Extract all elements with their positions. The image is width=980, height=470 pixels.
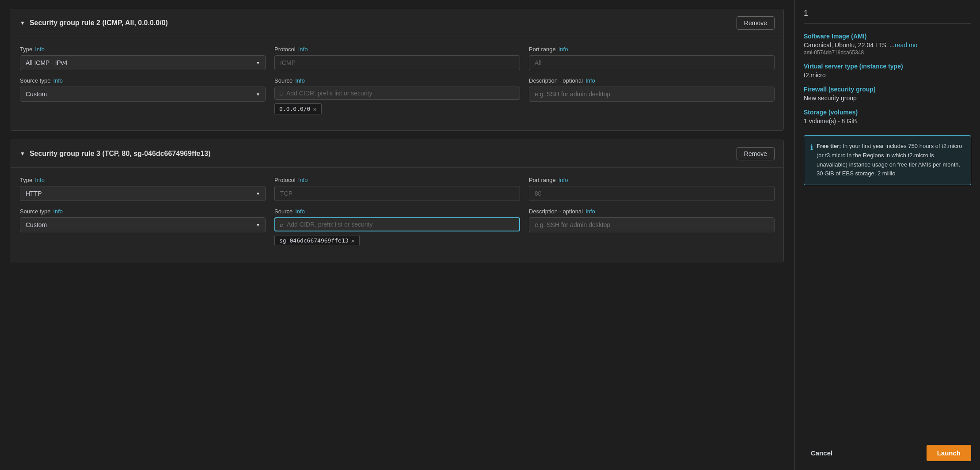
source-tag-0: 0.0.0.0/0 ✕ — [274, 103, 322, 114]
port-range-info-link-1[interactable]: Info — [558, 177, 568, 183]
type-info-link-1[interactable]: Info — [35, 177, 45, 183]
source-text-input-1[interactable] — [287, 221, 515, 228]
description-info-link-1[interactable]: Info — [585, 208, 595, 215]
source-input-wrapper-1[interactable]: ⌕ — [274, 217, 520, 231]
firewall-section: Firewall (security group) New security g… — [804, 86, 971, 109]
type-label-1: Type Info — [20, 177, 266, 183]
port-range-input-0 — [529, 55, 775, 70]
tag-value: sg-046dc6674969ffe13 — [279, 237, 349, 244]
description-input-1[interactable] — [529, 217, 775, 232]
source-type-group-0: Source type Info Custom — [20, 77, 266, 114]
firewall-label[interactable]: Firewall (security group) — [804, 86, 971, 93]
sidebar: 1 Software Image (AMI) Canonical, Ubuntu… — [794, 0, 980, 470]
firewall-value: New security group — [804, 95, 971, 102]
source-info-link-0[interactable]: Info — [295, 77, 305, 84]
remove-button-1[interactable]: Remove — [737, 147, 775, 160]
tag-container-0: 0.0.0.0/0 ✕ — [274, 103, 520, 114]
source-tag-1: sg-046dc6674969ffe13 ✕ — [274, 235, 360, 246]
free-tier-text: Free tier: In your first year includes 7… — [817, 142, 965, 178]
port-range-group-1: Port range Info — [529, 177, 775, 201]
rule-title-text-0: Security group rule 2 (ICMP, All, 0.0.0.… — [30, 19, 168, 27]
protocol-input-0 — [274, 55, 520, 70]
source-type-select-0[interactable]: Custom — [20, 87, 266, 102]
cancel-button[interactable]: Cancel — [804, 446, 839, 460]
software-image-value: Canonical, Ubuntu, 22.04 LTS, ...read mo… — [804, 42, 971, 56]
source-label-1: Source Info — [274, 208, 520, 215]
type-info-link-0[interactable]: Info — [35, 46, 45, 53]
source-type-info-link-1[interactable]: Info — [53, 208, 63, 215]
remove-button-0[interactable]: Remove — [737, 16, 775, 30]
tag-remove-1[interactable]: ✕ — [351, 238, 355, 244]
rule-title-text-1: Security group rule 3 (TCP, 80, sg-046dc… — [30, 150, 211, 158]
free-tier-header: ℹ Free tier: In your first year includes… — [810, 142, 965, 178]
port-range-label-0: Port range Info — [529, 46, 775, 53]
source-input-inner-1: ⌕ — [275, 218, 519, 231]
protocol-info-link-0[interactable]: Info — [298, 46, 308, 53]
source-type-label-0: Source type Info — [20, 77, 266, 84]
type-select-1[interactable]: HTTP — [20, 186, 266, 201]
source-group-0: Source Info ⌕ 0.0.0.0/0 ✕ — [274, 77, 520, 114]
type-label-0: Type Info — [20, 46, 266, 53]
protocol-info-link-1[interactable]: Info — [298, 177, 308, 183]
storage-label[interactable]: Storage (volumes) — [804, 109, 971, 116]
launch-button[interactable]: Launch — [927, 445, 971, 461]
description-group-1: Description - optional Info — [529, 208, 775, 246]
protocol-group-0: Protocol Info — [274, 46, 520, 70]
software-image-section: Software Image (AMI) Canonical, Ubuntu, … — [804, 33, 971, 63]
protocol-label-0: Protocol Info — [274, 46, 520, 53]
port-range-input-1 — [529, 186, 775, 201]
source-info-link-1[interactable]: Info — [295, 208, 305, 215]
sidebar-footer: Cancel Launch — [804, 438, 971, 461]
ami-id: ami-0574da719dca65348 — [804, 49, 864, 56]
type-select-wrapper-0[interactable]: All ICMP - IPv4 — [20, 55, 266, 70]
storage-section: Storage (volumes) 1 volume(s) - 8 GiB — [804, 109, 971, 132]
rule-title-0: ▼ Security group rule 2 (ICMP, All, 0.0.… — [20, 19, 168, 27]
description-input-0[interactable] — [529, 87, 775, 102]
form-row-2-0: Source type Info Custom Source Info — [20, 77, 775, 114]
search-icon-0: ⌕ — [279, 90, 283, 97]
software-image-label[interactable]: Software Image (AMI) — [804, 33, 971, 40]
source-type-group-1: Source type Info Custom — [20, 208, 266, 246]
form-row-1-1: Type Info HTTP Protocol Info — [20, 177, 775, 201]
protocol-input-1 — [274, 186, 520, 201]
rule-header-1: ▼ Security group rule 3 (TCP, 80, sg-046… — [11, 140, 783, 168]
description-info-link-0[interactable]: Info — [585, 77, 595, 84]
source-type-info-link-0[interactable]: Info — [53, 77, 63, 84]
type-group-1: Type Info HTTP — [20, 177, 266, 201]
instance-type-label[interactable]: Virtual server type (instance type) — [804, 63, 971, 70]
search-icon-1: ⌕ — [280, 221, 283, 228]
rule-body-0: Type Info All ICMP - IPv4 Protocol Info — [11, 37, 783, 130]
free-tier-bold: Free tier: — [817, 143, 841, 149]
tag-remove-0[interactable]: ✕ — [313, 106, 316, 112]
tag-container-1: sg-046dc6674969ffe13 ✕ — [274, 235, 520, 246]
rule-body-1: Type Info HTTP Protocol Info — [11, 168, 783, 262]
source-type-label-1: Source type Info — [20, 208, 266, 215]
source-group-1: Source Info ⌕ sg-046dc6674969ffe13 — [274, 208, 520, 246]
tag-value: 0.0.0.0/0 — [279, 106, 310, 112]
source-input-inner-0: ⌕ — [275, 87, 520, 99]
free-tier-box: ℹ Free tier: In your first year includes… — [804, 135, 971, 185]
form-row-2-1: Source type Info Custom Source Info — [20, 208, 775, 246]
source-text-input-0[interactable] — [286, 90, 515, 97]
instance-type-section: Virtual server type (instance type) t2.m… — [804, 63, 971, 86]
read-more-link[interactable]: read mo — [895, 42, 917, 49]
rule-header-0: ▼ Security group rule 2 (ICMP, All, 0.0.… — [11, 9, 783, 37]
source-type-select-wrapper-0[interactable]: Custom — [20, 87, 266, 102]
chevron-icon-1: ▼ — [20, 151, 25, 157]
main-content: ▼ Security group rule 2 (ICMP, All, 0.0.… — [0, 0, 794, 470]
description-label-1: Description - optional Info — [529, 208, 775, 215]
form-row-1-0: Type Info All ICMP - IPv4 Protocol Info — [20, 46, 775, 70]
type-group-0: Type Info All ICMP - IPv4 — [20, 46, 266, 70]
description-group-0: Description - optional Info — [529, 77, 775, 114]
type-select-wrapper-1[interactable]: HTTP — [20, 186, 266, 201]
source-input-wrapper-0[interactable]: ⌕ — [274, 87, 520, 100]
rule-title-1: ▼ Security group rule 3 (TCP, 80, sg-046… — [20, 150, 211, 158]
source-type-select-1[interactable]: Custom — [20, 217, 266, 232]
source-type-select-wrapper-1[interactable]: Custom — [20, 217, 266, 232]
rule-section-2: ▼ Security group rule 2 (ICMP, All, 0.0.… — [11, 9, 784, 131]
instance-type-value: t2.micro — [804, 72, 971, 79]
description-label-0: Description - optional Info — [529, 77, 775, 84]
port-range-label-1: Port range Info — [529, 177, 775, 183]
type-select-0[interactable]: All ICMP - IPv4 — [20, 55, 266, 70]
port-range-info-link-0[interactable]: Info — [558, 46, 568, 53]
